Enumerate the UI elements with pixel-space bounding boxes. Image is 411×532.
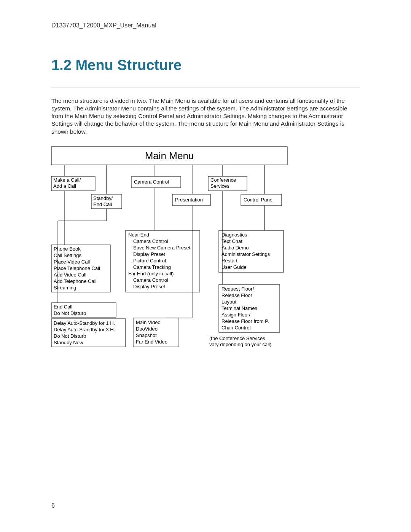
cs-4: Terminal Names — [221, 305, 257, 311]
sb2-2: Delay Auto-Standby for 3 H. — [54, 327, 115, 332]
cs-5: Assign Floor/ — [221, 312, 250, 318]
pr-4: Far End Video — [136, 339, 167, 345]
cc-3: Save New Camera Preset — [133, 245, 191, 251]
sb2-4: Standby Now — [54, 340, 83, 345]
pr-2: DuoVideo — [136, 326, 158, 332]
cc-4: Display Preset — [133, 251, 165, 257]
page-number: 6 — [51, 502, 55, 509]
manual-page: D1337703_T2000_MXP_User_Manual 1.2 Menu … — [0, 0, 411, 532]
cs-7: Chair Control — [221, 325, 251, 331]
mc-1: Phone Book — [54, 246, 81, 252]
mc-4: Place Telephone Call — [54, 265, 100, 271]
mc-7: Streaming — [54, 285, 76, 291]
cc-8: Camera Control — [133, 277, 168, 283]
conference-label-1: Conference — [210, 177, 236, 183]
cc-5: Picture Control — [133, 258, 166, 264]
cp-2: Text Chat — [221, 238, 242, 244]
sb2-3: Do Not Disturb — [54, 333, 86, 339]
horizontal-rule — [51, 88, 360, 88]
camera-control-label: Camera Control — [134, 179, 169, 185]
conf-note-1: (the Conference Services — [209, 335, 265, 341]
cc-2: Camera Control — [133, 238, 168, 244]
pr-3: Snapshot — [136, 332, 157, 338]
mc-2: Call Settings — [54, 252, 81, 258]
sb2-1: Delay Auto-Standby for 1 H. — [54, 320, 115, 326]
conf-note-2: vary depending on your call) — [209, 342, 271, 347]
cp-4: Administrator Settings — [221, 251, 270, 257]
sb1-2: Do Not Disturb — [54, 310, 86, 316]
make-call-label-2: Add a Call — [53, 183, 76, 189]
diagram-svg: Main Menu Make a Call/ Add a Call Camera… — [51, 147, 287, 360]
control-panel-label: Control Panel — [244, 197, 274, 203]
menu-structure-diagram: Main Menu Make a Call/ Add a Call Camera… — [51, 147, 287, 360]
presentation-label: Presentation — [175, 197, 203, 203]
cp-3: Audio Demo — [221, 245, 249, 251]
cp-6: User Guide — [221, 264, 247, 270]
standby-label-2: End Call — [93, 201, 112, 207]
cs-3: Layout — [221, 299, 236, 305]
document-header: D1337703_T2000_MXP_User_Manual — [51, 22, 156, 29]
standby-label-1: Standby/ — [93, 195, 113, 201]
sb1-1: End Call — [54, 304, 72, 310]
root-label: Main Menu — [145, 150, 194, 161]
cc-6: Camera Tracking — [133, 264, 171, 270]
cs-2: Release Floor — [221, 292, 253, 298]
cs-6: Release Floor from P. — [221, 318, 269, 324]
cc-7: Far End (only in call) — [128, 271, 174, 276]
cp-1: Diagnostics — [221, 232, 247, 238]
section-heading: 1.2 Menu Structure — [51, 57, 182, 73]
make-call-label-1: Make a Call/ — [53, 177, 81, 183]
cc-1: Near End — [128, 232, 149, 238]
cs-1: Request Floor/ — [221, 286, 254, 292]
mc-6: Add Telephone Call — [54, 278, 97, 284]
mc-5: Add Video Call — [54, 272, 86, 278]
cp-5: Restart — [221, 258, 237, 264]
pr-1: Main Video — [136, 320, 161, 325]
conference-label-2: Services — [210, 183, 229, 189]
cc-9: Display Preset — [133, 284, 165, 289]
intro-paragraph: The menu structure is divided in two. Th… — [51, 97, 360, 136]
mc-3: Place Video Call — [54, 259, 90, 265]
